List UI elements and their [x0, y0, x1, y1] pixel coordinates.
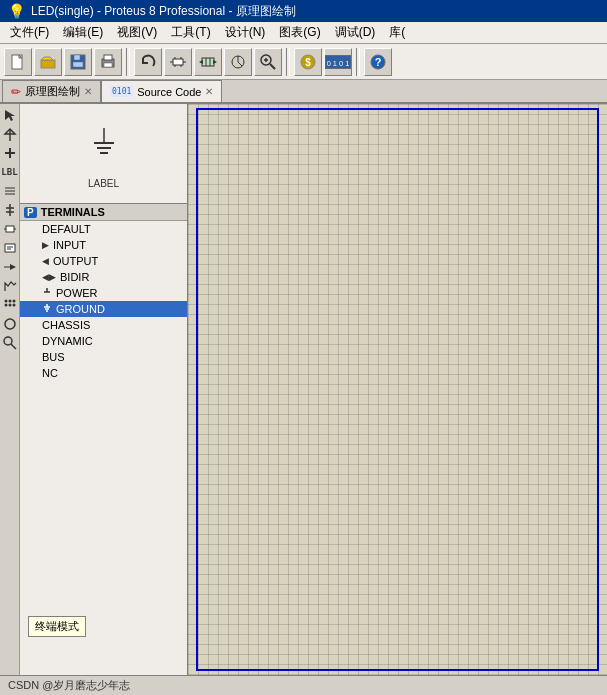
- menu-debug[interactable]: 调试(D): [329, 22, 382, 43]
- grid-canvas: [188, 104, 607, 675]
- svg-marker-20: [213, 60, 217, 64]
- tool-magnify[interactable]: [1, 334, 19, 352]
- svg-rect-49: [5, 244, 15, 252]
- title-text: LED(single) - Proteus 8 Professional - 原…: [31, 3, 296, 20]
- terminal-input[interactable]: ▶ INPUT: [20, 237, 187, 253]
- tool-subsheet[interactable]: [1, 239, 19, 257]
- tooltip: 终端模式: [28, 616, 86, 637]
- wire-button[interactable]: [194, 48, 222, 76]
- terminal-bus[interactable]: BUS: [20, 349, 187, 365]
- svg-marker-53: [10, 264, 16, 270]
- open-button[interactable]: [34, 48, 62, 76]
- tool-plus[interactable]: [1, 144, 19, 162]
- svg-point-61: [4, 337, 12, 345]
- undo-button[interactable]: [134, 48, 162, 76]
- terminal-bidir[interactable]: ◀▶ BIDIR: [20, 269, 187, 285]
- svg-rect-6: [73, 62, 83, 67]
- tab-schematic[interactable]: ✏ 原理图绘制 ✕: [2, 80, 101, 102]
- terminal-power[interactable]: POWER: [20, 285, 187, 301]
- svg-rect-46: [6, 226, 14, 232]
- menu-design[interactable]: 设计(N): [219, 22, 272, 43]
- save-button[interactable]: [64, 48, 92, 76]
- svg-rect-2: [41, 60, 55, 68]
- svg-point-60: [5, 319, 15, 329]
- terminal-ground[interactable]: GROUND: [20, 301, 187, 317]
- tab-source-close[interactable]: ✕: [205, 86, 213, 97]
- bidir-icon: ◀▶: [42, 272, 56, 282]
- help-button[interactable]: ?: [364, 48, 392, 76]
- terminal-label: LABEL: [88, 178, 119, 189]
- tab-source-icon: 0101: [110, 86, 133, 97]
- svg-point-54: [4, 300, 7, 303]
- terminals-header: P TERMINALS: [20, 204, 187, 221]
- power-icon: [42, 287, 52, 299]
- status-text: CSDN @岁月磨志少年志: [8, 678, 130, 693]
- left-toolbox: LBL: [0, 104, 20, 675]
- binary-button[interactable]: 0 1 0 1: [324, 48, 352, 76]
- svg-marker-35: [5, 110, 15, 121]
- ground-icon: [42, 303, 52, 315]
- tool-dots[interactable]: [1, 296, 19, 314]
- tool-busentry[interactable]: [1, 258, 19, 276]
- dollar-button[interactable]: $: [294, 48, 322, 76]
- svg-point-55: [8, 300, 11, 303]
- tool-lines[interactable]: [1, 182, 19, 200]
- terminals-title: TERMINALS: [41, 206, 105, 218]
- menu-view[interactable]: 视图(V): [111, 22, 163, 43]
- svg-rect-5: [74, 55, 80, 60]
- tool-select[interactable]: [1, 106, 19, 124]
- zoom-button[interactable]: [254, 48, 282, 76]
- svg-point-56: [12, 300, 15, 303]
- preview-area: LABEL: [20, 104, 187, 204]
- menu-graph[interactable]: 图表(G): [273, 22, 326, 43]
- tool-circle[interactable]: [1, 315, 19, 333]
- p-badge: P: [24, 207, 37, 218]
- menu-file[interactable]: 文件(F): [4, 22, 55, 43]
- svg-point-58: [8, 304, 11, 307]
- sep1: [126, 48, 130, 76]
- component-button[interactable]: [164, 48, 192, 76]
- app-icon: 💡: [8, 3, 25, 19]
- menu-tools[interactable]: 工具(T): [165, 22, 216, 43]
- tool-label[interactable]: LBL: [1, 163, 19, 181]
- svg-line-24: [238, 62, 242, 66]
- print-button[interactable]: [94, 48, 122, 76]
- svg-text:0 1 0 1: 0 1 0 1: [327, 58, 350, 67]
- sidebar: LABEL P TERMINALS DEFAULT ▶ INPUT ◀ OUTP…: [20, 104, 188, 675]
- svg-point-59: [12, 304, 15, 307]
- tool-graph[interactable]: [1, 277, 19, 295]
- tool-terminal[interactable]: [1, 201, 19, 219]
- menu-bar: 文件(F) 编辑(E) 视图(V) 工具(T) 设计(N) 图表(G) 调试(D…: [0, 22, 607, 44]
- tool-wire[interactable]: [1, 125, 19, 143]
- terminal-nc[interactable]: NC: [20, 365, 187, 381]
- canvas-border: [196, 108, 599, 671]
- svg-text:?: ?: [375, 56, 382, 68]
- terminal-output[interactable]: ◀ OUTPUT: [20, 253, 187, 269]
- terminal-preview-svg: [74, 118, 134, 178]
- tab-schematic-label: 原理图绘制: [25, 84, 80, 99]
- tab-schematic-close[interactable]: ✕: [84, 86, 92, 97]
- main-area: LBL: [0, 104, 607, 675]
- output-icon: ◀: [42, 256, 49, 266]
- svg-line-26: [270, 64, 275, 69]
- preview-symbol: LABEL: [74, 118, 134, 189]
- terminal-chassis[interactable]: CHASSIS: [20, 317, 187, 333]
- svg-marker-21: [199, 60, 203, 64]
- toolbar: $ 0 1 0 1 ?: [0, 44, 607, 80]
- terminal-dynamic[interactable]: DYNAMIC: [20, 333, 187, 349]
- menu-edit[interactable]: 编辑(E): [57, 22, 109, 43]
- probe-button[interactable]: [224, 48, 252, 76]
- input-icon: ▶: [42, 240, 49, 250]
- svg-rect-9: [104, 63, 112, 67]
- tab-bar: ✏ 原理图绘制 ✕ 0101 Source Code ✕: [0, 80, 607, 104]
- title-bar: 💡 LED(single) - Proteus 8 Professional -…: [0, 0, 607, 22]
- tool-component[interactable]: [1, 220, 19, 238]
- new-button[interactable]: [4, 48, 32, 76]
- canvas-area[interactable]: [188, 104, 607, 675]
- menu-library[interactable]: 库(: [383, 22, 411, 43]
- tab-source-label: Source Code: [137, 86, 201, 98]
- tab-source-code[interactable]: 0101 Source Code ✕: [101, 80, 222, 102]
- svg-line-62: [11, 344, 16, 349]
- terminal-default[interactable]: DEFAULT: [20, 221, 187, 237]
- svg-rect-17: [202, 58, 214, 66]
